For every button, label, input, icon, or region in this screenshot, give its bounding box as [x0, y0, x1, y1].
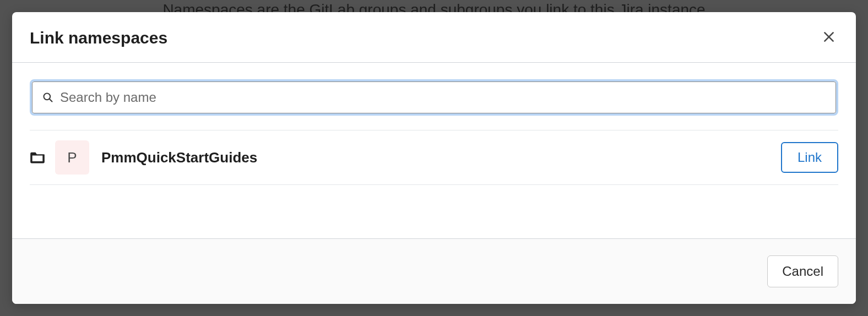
svg-line-3 — [50, 99, 52, 102]
namespace-name: PmmQuickStartGuides — [101, 149, 781, 166]
link-namespaces-modal: Link namespaces — [12, 12, 856, 304]
search-input[interactable] — [60, 90, 826, 105]
folder-icon — [30, 151, 45, 164]
list-item: P PmmQuickStartGuides Link — [30, 130, 838, 185]
avatar-letter: P — [67, 149, 77, 166]
close-icon — [822, 30, 836, 46]
namespace-list: P PmmQuickStartGuides Link — [30, 130, 838, 185]
modal-footer: Cancel — [12, 238, 856, 304]
search-wrapper — [30, 79, 838, 116]
link-button[interactable]: Link — [781, 142, 838, 173]
cancel-button[interactable]: Cancel — [767, 255, 838, 287]
modal-title: Link namespaces — [30, 29, 167, 47]
search-inner — [32, 81, 836, 113]
modal-body: P PmmQuickStartGuides Link — [12, 63, 856, 238]
modal-header: Link namespaces — [12, 12, 856, 63]
close-button[interactable] — [820, 28, 838, 48]
search-icon — [42, 92, 53, 103]
avatar: P — [55, 140, 89, 175]
